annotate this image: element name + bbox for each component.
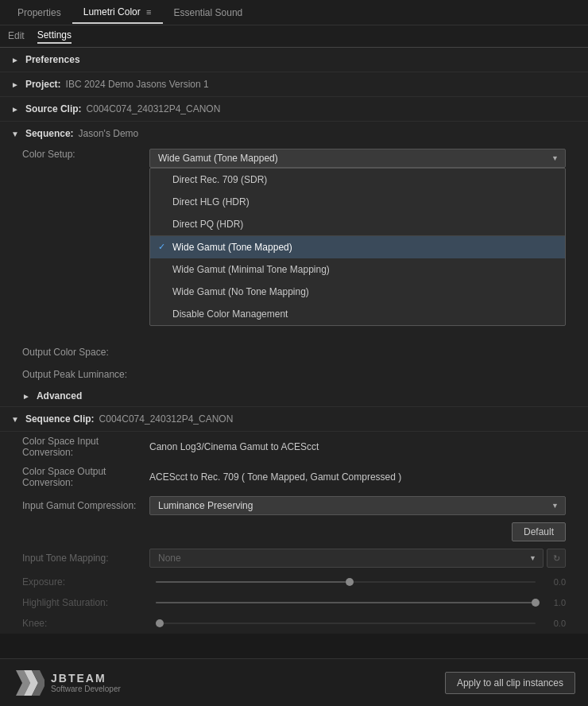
sequence-clip-section: ▼ Sequence Clip: C004C074_240312P4_CANON… (0, 407, 588, 634)
dropdown-item-3[interactable]: ✓ Wide Gamut (Tone Mapped) (150, 236, 565, 258)
source-clip-label: Source Clip: (25, 103, 82, 114)
knee-value: 0.0 (542, 619, 566, 628)
sub-tab-bar: Edit Settings (0, 25, 588, 48)
default-button[interactable]: Default (512, 522, 566, 541)
source-clip-value: C004C074_240312P4_CANON (87, 103, 221, 114)
dropdown-item-2[interactable]: Direct PQ (HDR) (150, 213, 565, 235)
color-space-output-label: Color Space Output Conversion: (22, 466, 149, 488)
output-peak-luminance-row: Output Peak Luminance: (0, 363, 588, 386)
sequence-value: Jason's Demo (79, 128, 139, 139)
input-tone-mapping-dropdown-container: None (149, 549, 544, 568)
dropdown-item-6[interactable]: Disable Color Management (150, 303, 565, 325)
output-color-space-row: Output Color Space: (0, 341, 588, 363)
brand-subtitle: Software Developer (51, 685, 121, 693)
project-label: Project: (25, 79, 61, 90)
advanced-chevron: ► (22, 392, 30, 401)
jbteam-logo-icon (13, 667, 44, 699)
tab-essential-sound[interactable]: Essential Sound (163, 2, 254, 23)
seq-clip-label: Sequence Clip: (25, 413, 95, 425)
color-space-output-value: ACEScct to Rec. 709 ( Tone Mapped, Gamut… (149, 471, 401, 483)
input-tone-mapping-label: Input Tone Mapping: (22, 553, 149, 564)
brand-logo: JBTEAM Software Developer (13, 667, 121, 699)
highlight-saturation-row: Highlight Saturation: 1.0 (0, 592, 588, 613)
color-space-input-value: Canon Log3/Cinema Gamut to ACEScct (149, 441, 319, 452)
advanced-label: Advanced (37, 390, 82, 401)
exposure-slider-track[interactable] (156, 581, 536, 583)
check-icon: ✓ (158, 242, 165, 252)
color-space-output-row: Color Space Output Conversion: ACEScct t… (0, 462, 588, 492)
exposure-value: 0.0 (542, 577, 566, 587)
knee-row: Knee: 0.0 (0, 613, 588, 634)
input-gamut-label: Input Gamut Compression: (22, 500, 149, 511)
dropdown-item-5[interactable]: Wide Gamut (No Tone Mapping) (150, 281, 565, 303)
tab-lumetri-color[interactable]: Lumetri Color ≡ (72, 2, 163, 24)
sequence-header[interactable]: ▼ Sequence: Jason's Demo (0, 122, 588, 145)
source-clip-chevron: ► (11, 105, 19, 114)
sequence-section: ▼ Sequence: Jason's Demo Color Setup: Wi… (0, 122, 588, 407)
exposure-label: Exposure: (22, 576, 149, 588)
lumetri-menu-icon: ≡ (146, 7, 151, 17)
preferences-label: Preferences (25, 54, 80, 65)
project-chevron: ► (11, 80, 19, 89)
sequence-chevron: ▼ (11, 130, 19, 138)
highlight-saturation-value: 1.0 (542, 598, 566, 607)
color-setup-dropdown-btn[interactable]: Wide Gamut (Tone Mapped) (149, 149, 566, 168)
color-space-input-label: Color Space Input Conversion: (22, 436, 149, 458)
highlight-saturation-slider-track[interactable] (156, 602, 536, 603)
color-setup-dropdown-menu: Direct Rec. 709 (SDR) Direct HLG (HDR) D… (149, 168, 566, 326)
dropdown-item-4[interactable]: Wide Gamut (Minimal Tone Mapping) (150, 258, 565, 281)
sequence-clip-header[interactable]: ▼ Sequence Clip: C004C074_240312P4_CANON (0, 407, 588, 432)
color-setup-row: Color Setup: Wide Gamut (Tone Mapped) Di… (0, 145, 588, 168)
input-gamut-dropdown-btn[interactable]: Luminance Preserving (149, 496, 566, 515)
knee-slider-track[interactable] (156, 623, 536, 624)
input-gamut-row: Input Gamut Compression: Luminance Prese… (0, 492, 588, 519)
exposure-row: Exposure: 0.0 (0, 572, 588, 592)
top-tab-bar: Properties Lumetri Color ≡ Essential Sou… (0, 0, 588, 25)
source-clip-section[interactable]: ► Source Clip: C004C074_240312P4_CANON (0, 97, 588, 122)
input-gamut-dropdown-container: Luminance Preserving (149, 496, 566, 515)
dropdown-item-0[interactable]: Direct Rec. 709 (SDR) (150, 169, 565, 191)
tab-settings[interactable]: Settings (37, 29, 72, 44)
preferences-section[interactable]: ► Preferences (0, 48, 588, 72)
highlight-saturation-label: Highlight Saturation: (22, 597, 149, 608)
color-setup-dropdown-container: Wide Gamut (Tone Mapped) Direct Rec. 709… (149, 149, 566, 168)
default-btn-row: Default (0, 519, 588, 545)
brand-name: JBTEAM (51, 672, 121, 685)
main-content: ► Preferences ► Project: IBC 2024 Demo J… (0, 48, 588, 634)
output-peak-luminance-label: Output Peak Luminance: (22, 369, 149, 380)
output-color-space-label: Output Color Space: (22, 347, 149, 358)
project-section[interactable]: ► Project: IBC 2024 Demo Jasons Version … (0, 72, 588, 97)
brand-text: JBTEAM Software Developer (51, 672, 121, 693)
tab-properties[interactable]: Properties (6, 2, 72, 23)
input-tone-mapping-row: Input Tone Mapping: None ↻ (0, 545, 588, 572)
preferences-chevron: ► (11, 56, 19, 64)
color-setup-label: Color Setup: (22, 149, 149, 160)
knee-label: Knee: (22, 618, 149, 629)
input-tone-mapping-dropdown-group: None ↻ (149, 549, 566, 568)
seq-clip-chevron: ▼ (11, 415, 19, 424)
sequence-label: Sequence: (25, 128, 74, 139)
seq-clip-value: C004C074_240312P4_CANON (99, 413, 234, 425)
advanced-row[interactable]: ► Advanced (0, 386, 588, 406)
apply-to-all-clips-button[interactable]: Apply to all clip instances (445, 672, 575, 694)
tone-mapping-reset-btn[interactable]: ↻ (547, 549, 566, 568)
bottom-bar: JBTEAM Software Developer Apply to all c… (0, 658, 588, 706)
color-space-input-row: Color Space Input Conversion: Canon Log3… (0, 432, 588, 462)
input-tone-mapping-dropdown-btn[interactable]: None (149, 549, 544, 568)
dropdown-item-1[interactable]: Direct HLG (HDR) (150, 191, 565, 213)
tab-edit[interactable]: Edit (8, 30, 25, 43)
project-value: IBC 2024 Demo Jasons Version 1 (66, 79, 209, 90)
